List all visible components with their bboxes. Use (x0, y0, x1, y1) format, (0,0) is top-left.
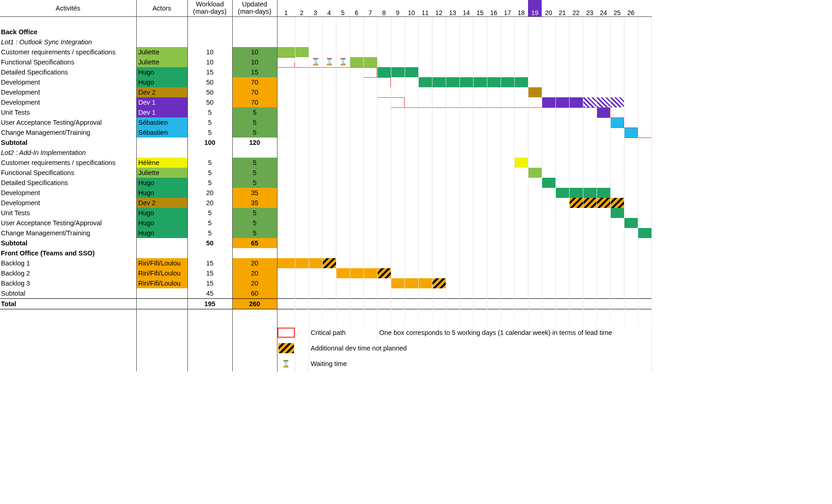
gantt-cell (487, 148, 501, 158)
gantt-cell (446, 198, 459, 208)
gantt-cell (569, 158, 583, 168)
week-header-14: 14 (459, 0, 473, 16)
gantt-cell (569, 107, 583, 117)
gantt-cell (459, 258, 473, 268)
gantt-cell (638, 16, 651, 27)
gantt-cell (322, 107, 336, 117)
gantt-cell (501, 238, 514, 248)
gantt-cell (295, 218, 309, 228)
gantt-cell (322, 278, 336, 288)
gantt-cell (350, 178, 363, 188)
gantt-cell (459, 148, 473, 158)
gantt-cell (624, 298, 638, 309)
gantt-cell (610, 117, 624, 127)
gantt-cell (377, 178, 391, 188)
gantt-bar (460, 77, 473, 87)
activity-cell (0, 16, 136, 27)
gantt-cell (610, 188, 624, 198)
gantt-cell (528, 268, 542, 278)
gantt-cell (583, 107, 597, 117)
gantt-cell (391, 278, 405, 288)
gantt-cell (446, 37, 459, 47)
gantt-cell (542, 37, 555, 47)
gantt-cell (391, 148, 405, 158)
week-header-23: 23 (583, 0, 597, 16)
activity-cell: Detailed Specifications (0, 178, 136, 188)
gantt-cell (501, 188, 514, 198)
gantt-cell (473, 228, 487, 238)
gantt-cell (363, 258, 377, 268)
updated-cell: 70 (232, 77, 277, 87)
gantt-cell (569, 238, 583, 248)
gantt-cell (514, 218, 528, 228)
critical-path-segment (364, 67, 377, 68)
activity-cell: Customer requirements / specifications (0, 47, 136, 57)
gantt-cell (322, 228, 336, 238)
gantt-cell (322, 37, 336, 47)
gantt-cell (277, 238, 295, 248)
workload-cell: 5 (187, 107, 232, 117)
gantt-cell (350, 238, 363, 248)
updated-cell: 35 (232, 188, 277, 198)
gantt-cell (405, 87, 418, 97)
gantt-cell (418, 218, 432, 228)
gantt-cell (377, 67, 391, 77)
gantt-cell (277, 158, 295, 168)
gantt-cell (336, 127, 350, 138)
gantt-cell (597, 198, 610, 208)
gantt-cell (597, 208, 610, 218)
gantt-cell (277, 228, 295, 238)
gantt-bar (556, 97, 569, 107)
gantt-cell (391, 77, 405, 87)
gantt-cell (405, 148, 418, 158)
critical-path-segment (295, 67, 309, 68)
gantt-cell (350, 37, 363, 47)
gantt-cell (473, 258, 487, 268)
gantt-cell (446, 148, 459, 158)
gantt-cell (432, 87, 446, 97)
gantt-cell (610, 238, 624, 248)
critical-path-segment (432, 107, 446, 108)
gantt-cell (624, 288, 638, 299)
gantt-cell (459, 57, 473, 67)
gantt-cell (624, 47, 638, 57)
activity-cell: Development (0, 198, 136, 208)
gantt-cell (583, 288, 597, 299)
gantt-cell (542, 77, 555, 87)
gantt-cell (405, 117, 418, 127)
gantt-cell (446, 258, 459, 268)
activity-cell: Subtotal (0, 288, 136, 299)
gantt-cell (583, 27, 597, 37)
header-updated: Updated(man-days) (232, 0, 277, 16)
actor-cell (136, 148, 187, 158)
gantt-cell (432, 27, 446, 37)
gantt-cell (446, 228, 459, 238)
gantt-cell (624, 258, 638, 268)
week-header-20: 20 (542, 0, 555, 16)
gantt-cell (391, 16, 405, 27)
gantt-cell (446, 127, 459, 138)
gantt-cell (624, 57, 638, 67)
gantt-cell (377, 47, 391, 57)
gantt-cell (322, 238, 336, 248)
gantt-cell (597, 57, 610, 67)
gantt-cell (597, 97, 610, 107)
gantt-cell (487, 87, 501, 97)
gantt-cell (432, 77, 446, 87)
week-header-11: 11 (418, 0, 432, 16)
gantt-cell (418, 57, 432, 67)
workload-cell: 50 (187, 97, 232, 107)
gantt-cell (597, 117, 610, 127)
gantt-cell (277, 208, 295, 218)
hourglass-icon: ⌛ (336, 58, 350, 66)
gantt-cell (597, 27, 610, 37)
gantt-cell (597, 77, 610, 87)
gantt-cell (405, 268, 418, 278)
gantt-cell (555, 87, 569, 97)
gantt-cell (528, 158, 542, 168)
gantt-cell (624, 148, 638, 158)
gantt-bar (542, 178, 555, 188)
gantt-cell (528, 67, 542, 77)
gantt-cell (295, 27, 309, 37)
gantt-cell (336, 16, 350, 27)
